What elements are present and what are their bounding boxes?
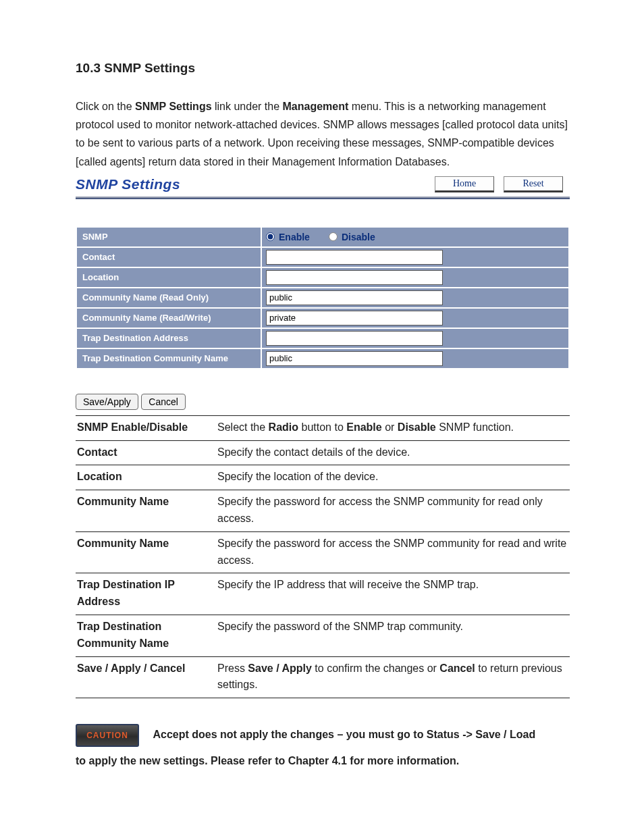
row-label-location: Location [77, 268, 261, 287]
snmp-radio-group: Enable Disable [266, 232, 564, 242]
radio-enable-label: Enable [279, 232, 310, 242]
desc-term: Community Name [76, 531, 216, 573]
row-label-trap-comm: Trap Destination Community Name [77, 349, 261, 368]
desc-term: Trap Destination IP Address [76, 573, 216, 615]
description-table: SNMP Enable/DisableSelect the Radio butt… [76, 415, 570, 698]
desc-term: Contact [76, 440, 216, 465]
desc-text: Select the Radio button to Enable or Dis… [216, 415, 570, 440]
panel-title: SNMP Settings [76, 176, 180, 195]
desc-term: Save / Apply / Cancel [76, 656, 216, 698]
desc-text: Specify the password for access the SNMP… [216, 531, 570, 573]
desc-text: Press Save / Apply to confirm the change… [216, 656, 570, 698]
divider [76, 198, 570, 199]
desc-term: Trap Destination Community Name [76, 615, 216, 656]
reset-button[interactable]: Reset [504, 176, 563, 192]
radio-disable[interactable] [329, 232, 338, 241]
community-rw-input[interactable] [266, 311, 443, 325]
radio-enable[interactable] [266, 232, 275, 241]
intro-text: link under the [212, 101, 283, 112]
caution-text-line2: to apply the new settings. Please refer … [76, 751, 570, 771]
desc-text: Specify the contact details of the devic… [216, 440, 570, 465]
community-ro-input[interactable] [266, 290, 443, 305]
desc-text: Specify the location of the device. [216, 465, 570, 490]
desc-text: Specify the password for access the SNMP… [216, 490, 570, 532]
desc-text: Specify the password of the SNMP trap co… [216, 615, 570, 656]
row-label-comm-rw: Community Name (Read/Write) [77, 309, 261, 328]
intro-bold-snmp: SNMP Settings [135, 101, 212, 112]
intro-bold-management: Management [283, 101, 349, 112]
caution-icon: CAUTION [76, 724, 139, 747]
desc-term: Location [76, 465, 216, 490]
location-input[interactable] [266, 270, 443, 285]
trap-community-input[interactable] [266, 351, 443, 366]
intro-text: Click on the [76, 101, 135, 112]
desc-term: Community Name [76, 490, 216, 532]
row-label-contact: Contact [77, 248, 261, 267]
row-label-trap-addr: Trap Destination Address [77, 329, 261, 348]
home-button[interactable]: Home [435, 176, 494, 192]
row-label-snmp: SNMP [77, 228, 261, 246]
snmp-form-table: SNMP Enable Disable Contact Location Com… [76, 226, 570, 369]
contact-input[interactable] [266, 250, 443, 265]
save-apply-button[interactable]: Save/Apply [76, 394, 138, 410]
intro-paragraph: Click on the SNMP Settings link under th… [76, 97, 570, 171]
desc-text: Specify the IP address that will receive… [216, 573, 570, 615]
caution-text-line1: Accept does not apply the changes – you … [153, 729, 535, 740]
row-label-comm-ro: Community Name (Read Only) [77, 288, 261, 307]
section-heading: 10.3 SNMP Settings [76, 61, 570, 76]
desc-term: SNMP Enable/Disable [76, 415, 216, 440]
radio-disable-label: Disable [342, 232, 375, 242]
cancel-button[interactable]: Cancel [141, 394, 186, 410]
trap-address-input[interactable] [266, 331, 443, 346]
